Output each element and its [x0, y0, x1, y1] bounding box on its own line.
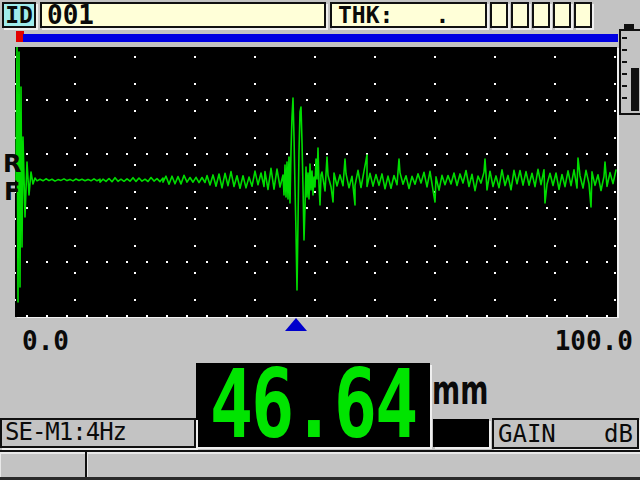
- gain-field: GAIN dB: [492, 418, 639, 449]
- transducer-mode-field: SE-M1:4Hz: [0, 418, 196, 448]
- header-slot: [574, 2, 592, 28]
- id-value-field: 001: [40, 2, 326, 28]
- thk-field: THK: .: [330, 2, 487, 28]
- measurement-value: 46.64: [210, 350, 417, 459]
- waveform-panel: [15, 47, 617, 317]
- thk-value: .: [435, 2, 449, 28]
- battery-tick: [622, 37, 627, 39]
- measurement-display: 46.64: [196, 363, 430, 447]
- transducer-mode-label: SE-M1:4Hz: [5, 418, 126, 446]
- battery-tick: [622, 61, 627, 63]
- scale-min-label: 0.0: [22, 328, 69, 354]
- header-slot: [490, 2, 508, 28]
- gain-label: GAIN: [498, 420, 556, 448]
- status-cell-left: [0, 452, 87, 477]
- secondary-display: [433, 419, 489, 447]
- echo-marker-icon: [285, 318, 307, 331]
- rf-mode-label-f: F: [4, 180, 20, 204]
- battery-tick: [622, 97, 627, 99]
- battery-tick: [622, 49, 627, 51]
- rf-waveform: [15, 47, 617, 317]
- battery-tick: [622, 85, 627, 87]
- battery-tick: [622, 73, 627, 75]
- header-slot: [532, 2, 550, 28]
- header-slot: [553, 2, 571, 28]
- gauge-screen: ID 001 THK: . R F 0.0 100.0: [0, 0, 640, 480]
- battery-indicator: [619, 24, 640, 114]
- status-bar: [0, 450, 640, 480]
- thk-label: THK:: [338, 2, 393, 28]
- measurement-unit: mm: [432, 369, 488, 410]
- id-field-label-box: ID: [2, 2, 36, 28]
- battery-level-fill: [631, 68, 639, 111]
- id-value: 001: [47, 0, 94, 30]
- scale-max-label: 100.0: [555, 328, 633, 354]
- status-cell-right: [87, 452, 640, 477]
- battery-body: [619, 29, 640, 115]
- header-slot: [511, 2, 529, 28]
- id-label: ID: [5, 2, 33, 28]
- range-bar: [23, 34, 618, 42]
- rf-mode-label-r: R: [3, 152, 21, 176]
- gain-unit-label: dB: [604, 420, 633, 448]
